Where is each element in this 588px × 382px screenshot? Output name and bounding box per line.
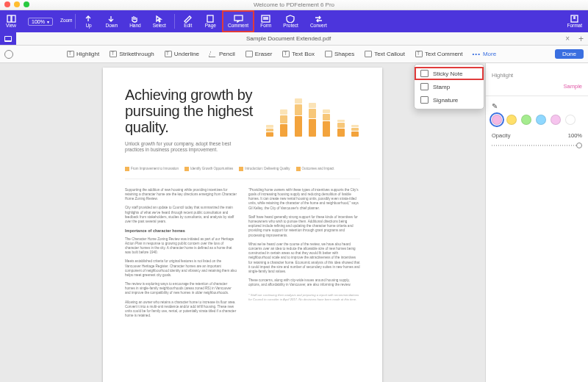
view-icon (7, 15, 16, 23)
side-mode-label: Highlight (492, 72, 513, 79)
zoom-tool[interactable]: 100%▾ (22, 10, 60, 32)
close-tab-button[interactable]: × (561, 35, 574, 43)
signature-menuitem[interactable]: Signature (415, 93, 484, 107)
format-sidepanel: Highlight Sample ✎ Opacity 100% (485, 63, 588, 382)
done-button[interactable]: Done (555, 49, 584, 59)
comment-tool[interactable]: Comment (222, 10, 254, 32)
page-tool[interactable]: Page (199, 10, 222, 32)
settings-gear-icon[interactable] (4, 50, 13, 59)
sticky-note-icon (420, 70, 429, 77)
opacity-slider[interactable] (492, 143, 582, 148)
cursor-icon (154, 15, 164, 23)
stamp-menuitem[interactable]: Stamp (415, 80, 484, 93)
window-title: Welcome to PDFelement 6 Pro (0, 0, 588, 10)
format-icon (570, 15, 579, 23)
svg-rect-3 (234, 15, 243, 21)
sticky-note-menuitem[interactable]: Sticky Note (415, 67, 484, 80)
pencil-tool[interactable]: Pencil (204, 46, 240, 62)
document-canvas[interactable]: Achieving growth by pursuing the highest… (0, 63, 485, 382)
document-tabstrip: Sample Document Extended.pdf × + (0, 32, 588, 46)
eraser-tool[interactable]: Eraser (240, 46, 278, 62)
textcomment-tool[interactable]: Text Comment (410, 46, 468, 62)
underline-tool[interactable]: Underline (159, 46, 204, 62)
edit-tool[interactable]: Edit (177, 10, 199, 32)
callout-icon (365, 51, 372, 57)
doc-headline: Achieving growth by pursuing the highest… (125, 87, 262, 135)
more-tools-dropdown: Sticky Note Stamp Signature (414, 64, 484, 109)
home-icon (4, 36, 12, 42)
up-tool[interactable]: Up (78, 10, 100, 32)
color-swatch[interactable] (551, 115, 561, 125)
doc-subhead: Unlock growth for your company, adopt th… (125, 141, 247, 154)
form-tool[interactable]: Form (254, 10, 277, 32)
color-swatch[interactable] (521, 115, 531, 125)
side-sample-text: Sample (564, 83, 582, 90)
hand-icon (130, 15, 140, 23)
pen-style-icon[interactable]: ✎ (492, 102, 498, 110)
opacity-value: 100% (568, 132, 582, 139)
signature-icon (420, 96, 429, 104)
slider-thumb[interactable] (576, 143, 582, 148)
opacity-label: Opacity (492, 132, 510, 139)
shield-icon (286, 15, 295, 23)
close-window-icon[interactable] (4, 1, 10, 7)
shapes-tool[interactable]: Shapes (320, 46, 359, 62)
shapes-icon (325, 51, 332, 57)
hand-tool[interactable]: Hand (123, 10, 147, 32)
convert-icon (314, 15, 323, 23)
active-tab-title[interactable]: Sample Document Extended.pdf (246, 35, 331, 42)
view-tool[interactable]: View (0, 10, 22, 32)
arrow-up-icon (84, 15, 93, 23)
color-swatches (492, 115, 582, 125)
fullscreen-window-icon[interactable] (24, 1, 29, 7)
form-icon (261, 15, 270, 23)
new-tab-button[interactable]: + (574, 34, 588, 44)
underline-icon (165, 51, 172, 57)
pencil-icon (208, 51, 218, 57)
textcomment-icon (415, 51, 423, 57)
textbox-tool[interactable]: Text Box (277, 46, 320, 62)
strikethrough-tool[interactable]: Strikethrough (104, 46, 159, 62)
format-tool[interactable]: Format (561, 10, 588, 32)
doc-chip: Outcomes and Impact (296, 167, 334, 171)
protect-tool[interactable]: Protect (277, 10, 304, 32)
comment-icon (234, 15, 243, 23)
highlight-icon (67, 51, 74, 57)
doc-chip: From Improvement to Innovation (125, 167, 179, 171)
doc-chip: Identify Growth Opportunities (184, 167, 233, 171)
zoom-value-select[interactable]: 100%▾ (28, 18, 53, 26)
doc-chip: Introduction: Delivering Quality (239, 167, 290, 171)
doc-column-right: "Providing home owners with these types … (248, 188, 360, 323)
window-titlebar: Welcome to PDFelement 6 Pro (0, 0, 588, 10)
arrow-down-icon (107, 15, 116, 23)
window-controls[interactable] (4, 1, 29, 7)
select-tool[interactable]: Select (147, 10, 172, 32)
doc-section-chips: From Improvement to InnovationIdentify G… (125, 167, 360, 171)
page-icon (206, 15, 215, 23)
strike-icon (110, 51, 117, 57)
doc-column-left: Supporting the addition of new housing w… (125, 188, 237, 323)
annotation-toolbar: Highlight Strikethrough Underline Pencil… (0, 46, 588, 63)
content-area: Achieving growth by pursuing the highest… (0, 63, 588, 382)
stamp-icon (420, 83, 429, 90)
down-tool[interactable]: Down (100, 10, 124, 32)
color-swatch[interactable] (492, 115, 502, 125)
svg-rect-2 (207, 15, 213, 22)
svg-rect-1 (12, 15, 15, 22)
home-button[interactable] (0, 32, 16, 45)
callout-tool[interactable]: Text Callout (359, 46, 410, 62)
color-swatch[interactable] (536, 115, 546, 125)
minimize-window-icon[interactable] (14, 1, 20, 7)
color-swatch[interactable] (565, 115, 576, 125)
more-tools-button[interactable]: •••More (468, 51, 501, 57)
eraser-icon (245, 51, 253, 57)
convert-tool[interactable]: Convert (304, 10, 333, 32)
main-toolbar: View 100%▾ Zoom Up Down Hand Select Edit… (0, 10, 588, 32)
color-swatch[interactable] (506, 115, 517, 125)
textbox-icon (282, 51, 290, 57)
highlight-tool[interactable]: Highlight (62, 46, 104, 62)
document-page: Achieving growth by pursuing the highest… (103, 68, 382, 382)
svg-rect-0 (7, 15, 11, 22)
doc-chart (265, 90, 360, 141)
edit-icon (183, 15, 193, 23)
